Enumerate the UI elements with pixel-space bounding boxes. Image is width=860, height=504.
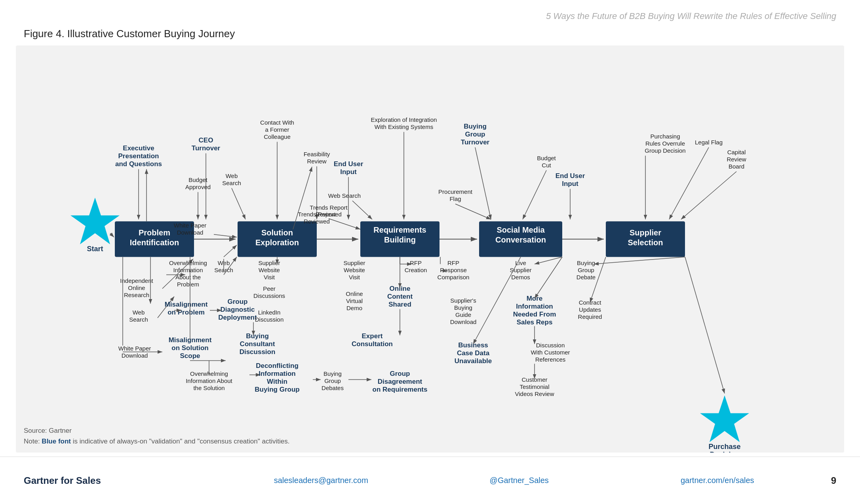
bg-debates-label: Buying — [323, 370, 342, 377]
exec-pres-label3: and Questions — [115, 160, 162, 168]
buying-group-label: Buying — [464, 123, 487, 130]
deconflict-label3: Within — [267, 378, 287, 385]
purch-rules-label3: Group Decision — [645, 147, 685, 154]
more-info-label2: Information — [516, 303, 553, 310]
arrow-trends-req — [329, 219, 360, 229]
arrow-websearch-sol — [232, 188, 245, 220]
more-info-label4: Sales Reps — [517, 318, 553, 326]
sup-guide-label4: Download — [450, 318, 477, 325]
deconflict-label2: Information — [259, 370, 296, 377]
figure-title: Figure 4. Illustrative Customer Buying J… — [24, 28, 235, 40]
ceo-label: CEO — [199, 136, 213, 144]
rfp-creation-label: RFP — [410, 260, 422, 266]
sup-guide-label2: Buying — [454, 304, 472, 311]
end-user-1-label: End User — [334, 160, 363, 168]
arrow-wp-sol — [214, 235, 237, 237]
wp-dl2-label2: Download — [122, 352, 148, 359]
overwhelming-prob-label4: Problem — [177, 281, 199, 288]
live-demos-label: Live — [515, 260, 526, 266]
end-user-2-label: End User — [556, 172, 585, 180]
contract-label3: Required — [578, 313, 602, 320]
expert-consult-label2: Consultation — [352, 340, 393, 348]
contact-colleague-label3: Colleague — [264, 133, 291, 140]
source-line1: Source: Gartner — [24, 425, 289, 436]
arrow-sup-bgd — [594, 257, 685, 264]
buying-group-label3: Turnover — [461, 138, 490, 146]
online-vd-label: Online — [346, 290, 363, 297]
biz-case-label2: Case Data — [457, 349, 490, 357]
source-note-prefix: Note: — [24, 438, 42, 445]
web-search-sol-label2: Search — [222, 180, 241, 186]
stage-social-text: Social Media — [497, 225, 545, 234]
misalign-prob-label: Misalignment — [165, 301, 208, 308]
wp-dl-label: White Paper — [174, 222, 207, 229]
linkedin-label2: Discussion — [255, 316, 284, 323]
arrow-legal-down — [669, 148, 709, 220]
footer: Gartner for Sales salesleaders@gartner.c… — [0, 457, 860, 504]
end-user-2-label2: Input — [562, 180, 578, 188]
footer-twitter: @Gartner_Sales — [420, 476, 618, 485]
contact-colleague-label: Contact With — [260, 119, 294, 126]
online-content-label3: Shared — [388, 301, 411, 308]
wp-dl-label2: Download — [177, 229, 204, 236]
purchase-decision-label2: Decision — [710, 451, 739, 453]
purch-rules-label2: Rules Overrule — [645, 140, 685, 147]
overwhelm-sol-label2: Information About — [186, 377, 232, 384]
web-search-below-label2: Search — [129, 316, 148, 323]
stage-problem-text2: Identification — [130, 238, 179, 247]
overwhelming-prob-label: Overwhelming — [169, 260, 207, 266]
rfp-response-label: RFP — [447, 260, 459, 266]
footer-page: 9 — [816, 475, 836, 486]
trends-text1: Trends Report — [310, 204, 348, 211]
stage-supplier-text2: Selection — [628, 238, 663, 247]
arrow-ws-solbox — [224, 245, 237, 257]
sup-guide-label3: Guide — [455, 311, 471, 318]
source-line2: Note: Blue font is indicative of always-… — [24, 436, 289, 447]
legal-flag-label: Legal Flag — [695, 139, 723, 146]
arrow-capital-down — [681, 172, 736, 220]
purchase-decision-label: Purchase — [708, 443, 740, 451]
deconflict-label: Deconflicting — [256, 362, 299, 369]
feasibility-label2: Review — [307, 158, 326, 165]
exploration-label: Exploration of Integration — [371, 116, 437, 123]
buying-consult-label2: Consultant — [240, 340, 275, 348]
online-content-label2: Content — [387, 293, 413, 300]
arrow-ws-req — [352, 201, 372, 220]
peer-disc-label: Peer — [263, 285, 276, 292]
ceo-label2: Turnover — [192, 144, 221, 152]
online-vd-label2: Virtual — [346, 297, 363, 304]
web-search-below-label: Web — [133, 309, 145, 316]
sup-web-sol-label2: Website — [259, 267, 280, 273]
disc-ref-label: Discussion — [536, 342, 565, 349]
sup-web-req-label2: Website — [344, 267, 365, 273]
group-disagree-label3: on Requirements — [373, 386, 428, 393]
sup-web-req-label3: Visit — [349, 274, 360, 280]
wp-dl2-label: White Paper — [118, 345, 151, 352]
web-search-req-label: Web Search — [328, 192, 361, 199]
group-disagree-label2: Disagreement — [378, 378, 422, 385]
contract-label2: Updates — [579, 306, 601, 313]
page-header: 5 Ways the Future of B2B Buying Will Rew… — [546, 11, 836, 21]
disc-ref-label3: References — [535, 356, 566, 363]
budget-approved-label: Budget — [188, 176, 207, 183]
misalign-prob-label2: on Problem — [167, 309, 205, 316]
arrow-start-prob — [110, 233, 114, 237]
group-disagree-label: Group — [390, 370, 410, 377]
trends-label2: Reviewed — [304, 218, 330, 225]
stage-solution-text: Solution — [261, 228, 293, 237]
stage-problem-text: Problem — [139, 228, 170, 237]
footer-brand: Gartner for Sales — [24, 475, 222, 486]
arrow-budget-cut-down — [523, 171, 546, 220]
web-search-sol-label: Web — [226, 172, 238, 179]
exec-pres-label2: Presentation — [118, 152, 159, 160]
rfp-response-label2: Response — [440, 267, 467, 273]
stage-supplier-text: Supplier — [630, 228, 661, 237]
rfp-creation-label2: Creation — [405, 267, 427, 273]
bg-debate-right-label: Buying — [577, 260, 595, 266]
biz-case-label3: Unavailable — [455, 357, 492, 365]
deconflict-label4: Buying Group — [255, 386, 299, 393]
start-label: Start — [87, 245, 103, 253]
trends-text2: Reviewed — [316, 211, 342, 218]
indep-research-label3: Research — [124, 292, 149, 298]
cust-test-label2: Testimonial — [519, 383, 549, 390]
